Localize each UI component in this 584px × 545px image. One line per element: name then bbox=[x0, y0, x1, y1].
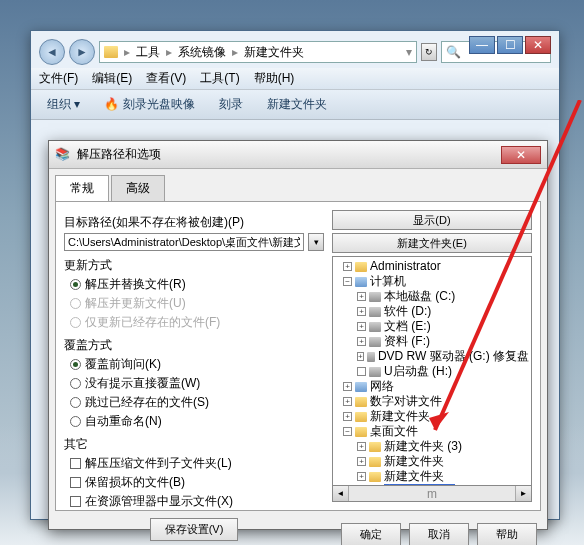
radio-ask-overwrite[interactable] bbox=[70, 359, 81, 370]
tree-item[interactable]: Administrator bbox=[370, 259, 441, 274]
folder-icon bbox=[104, 46, 118, 58]
app-icon: 📚 bbox=[55, 147, 71, 163]
tree-item[interactable]: 文档 (E:) bbox=[384, 319, 431, 334]
dialog-close-button[interactable]: ✕ bbox=[501, 146, 541, 164]
path-dropdown-button[interactable]: ▾ bbox=[308, 233, 324, 251]
toolbar: 组织 ▾ 🔥 刻录光盘映像 刻录 新建文件夹 bbox=[31, 90, 559, 120]
menu-help[interactable]: 帮助(H) bbox=[254, 70, 295, 87]
tree-item[interactable]: 网络 bbox=[370, 379, 394, 394]
tree-item[interactable]: 新建文件夹 bbox=[384, 454, 444, 469]
display-button[interactable]: 显示(D) bbox=[332, 210, 532, 230]
tab-advanced[interactable]: 高级 bbox=[111, 175, 165, 201]
dialog-titlebar[interactable]: 📚 解压路径和选项 ✕ bbox=[49, 141, 547, 169]
forward-button[interactable]: ► bbox=[69, 39, 95, 65]
tree-item[interactable]: 本地磁盘 (C:) bbox=[384, 289, 455, 304]
close-button[interactable]: ✕ bbox=[525, 36, 551, 54]
radio-update-existing[interactable] bbox=[70, 317, 81, 328]
breadcrumb[interactable]: 工具 bbox=[136, 44, 160, 61]
update-group-label: 更新方式 bbox=[64, 257, 324, 274]
tree-item[interactable]: 新建文件夹 bbox=[370, 409, 430, 424]
menu-edit[interactable]: 编辑(E) bbox=[92, 70, 132, 87]
tab-general[interactable]: 常规 bbox=[55, 175, 109, 201]
new-folder-button[interactable]: 新建文件夹(E) bbox=[332, 233, 532, 253]
tree-item[interactable]: U启动盘 (H:) bbox=[384, 364, 452, 379]
burn-image-button[interactable]: 🔥 刻录光盘映像 bbox=[96, 93, 202, 116]
menu-view[interactable]: 查看(V) bbox=[146, 70, 186, 87]
target-path-label: 目标路径(如果不存在将被创建)(P) bbox=[64, 214, 324, 231]
ok-button[interactable]: 确定 bbox=[341, 523, 401, 545]
tree-scrollbar[interactable]: ◄ m ► bbox=[332, 486, 532, 502]
check-show-explorer[interactable] bbox=[70, 496, 81, 507]
minimize-button[interactable]: — bbox=[469, 36, 495, 54]
tree-item[interactable]: 新建文件夹 (3) bbox=[384, 439, 462, 454]
back-button[interactable]: ◄ bbox=[39, 39, 65, 65]
tree-item[interactable]: 数字对讲文件 bbox=[370, 394, 442, 409]
radio-overwrite-noask[interactable] bbox=[70, 378, 81, 389]
radio-skip-existing[interactable] bbox=[70, 397, 81, 408]
extract-dialog: 📚 解压路径和选项 ✕ 常规 高级 目标路径(如果不存在将被创建)(P) ▾ 更… bbox=[48, 140, 548, 530]
help-button[interactable]: 帮助 bbox=[477, 523, 537, 545]
radio-extract-replace[interactable] bbox=[70, 279, 81, 290]
save-settings-button[interactable]: 保存设置(V) bbox=[150, 518, 239, 541]
check-subfolder[interactable] bbox=[70, 458, 81, 469]
tree-item[interactable]: 软件 (D:) bbox=[384, 304, 431, 319]
tree-item[interactable]: 新建文件夹 bbox=[384, 469, 444, 484]
path-input[interactable] bbox=[64, 233, 304, 251]
other-group-label: 其它 bbox=[64, 436, 324, 453]
overwrite-group-label: 覆盖方式 bbox=[64, 337, 324, 354]
tree-item[interactable]: DVD RW 驱动器 (G:) 修复盘 bbox=[378, 349, 529, 364]
tree-item[interactable]: 桌面文件 bbox=[370, 424, 418, 439]
scroll-left-button[interactable]: ◄ bbox=[333, 486, 349, 501]
tree-item[interactable]: 计算机 bbox=[370, 274, 406, 289]
dialog-title-text: 解压路径和选项 bbox=[77, 146, 161, 163]
organize-button[interactable]: 组织 ▾ bbox=[39, 93, 88, 116]
check-keep-broken[interactable] bbox=[70, 477, 81, 488]
maximize-button[interactable]: ☐ bbox=[497, 36, 523, 54]
tree-item[interactable]: 资料 (F:) bbox=[384, 334, 430, 349]
cancel-button[interactable]: 取消 bbox=[409, 523, 469, 545]
menu-bar: 文件(F) 编辑(E) 查看(V) 工具(T) 帮助(H) bbox=[31, 68, 559, 90]
refresh-button[interactable]: ↻ bbox=[421, 43, 437, 61]
address-bar[interactable]: ▸ 工具 ▸ 系统镜像 ▸ 新建文件夹 ▾ bbox=[99, 41, 417, 63]
burn-button[interactable]: 刻录 bbox=[211, 93, 251, 116]
radio-auto-rename[interactable] bbox=[70, 416, 81, 427]
folder-tree[interactable]: +Administrator −计算机 +本地磁盘 (C:) +软件 (D:) … bbox=[332, 256, 532, 486]
menu-file[interactable]: 文件(F) bbox=[39, 70, 78, 87]
menu-tools[interactable]: 工具(T) bbox=[200, 70, 239, 87]
new-folder-button[interactable]: 新建文件夹 bbox=[259, 93, 335, 116]
scroll-right-button[interactable]: ► bbox=[515, 486, 531, 501]
radio-extract-update[interactable] bbox=[70, 298, 81, 309]
breadcrumb[interactable]: 系统镜像 bbox=[178, 44, 226, 61]
breadcrumb[interactable]: 新建文件夹 bbox=[244, 44, 304, 61]
